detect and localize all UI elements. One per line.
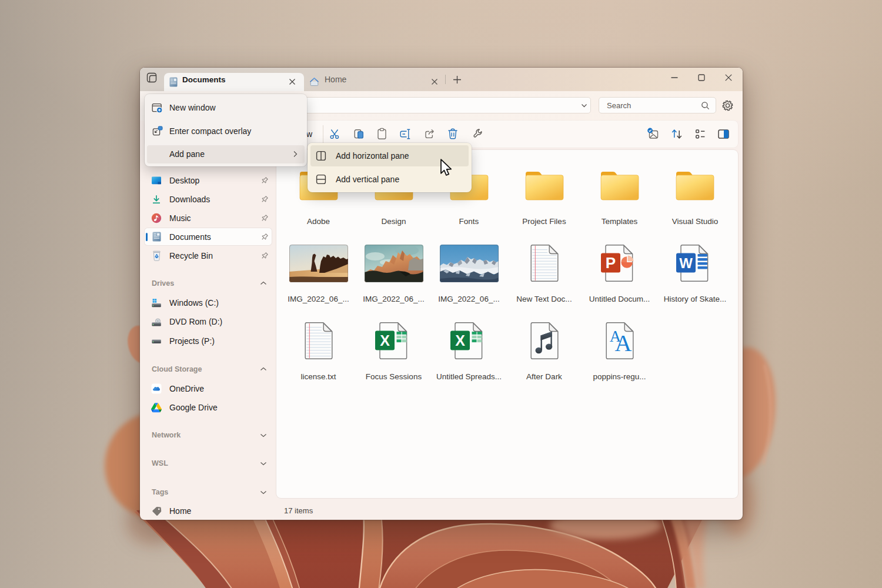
svg-text:X: X [380, 332, 390, 349]
svg-text:X: X [455, 332, 465, 349]
svg-text:P: P [605, 254, 615, 272]
svg-text:W: W [679, 255, 693, 271]
svg-text:A: A [614, 330, 632, 356]
